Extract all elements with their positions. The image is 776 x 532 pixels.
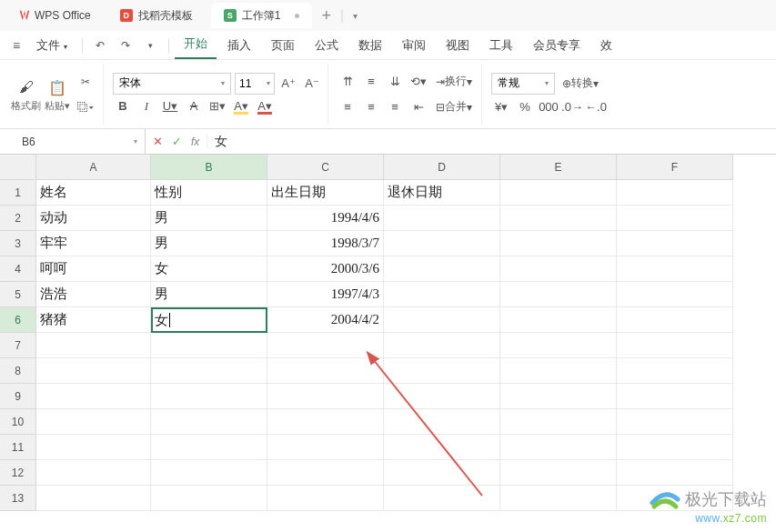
row-header[interactable]: 8 xyxy=(0,358,36,384)
row-header[interactable]: 12 xyxy=(0,460,36,486)
align-middle-icon[interactable]: ≡ xyxy=(361,72,381,92)
cell[interactable]: 男 xyxy=(151,231,267,256)
cell[interactable] xyxy=(617,180,733,206)
align-center-icon[interactable]: ≡ xyxy=(361,97,381,117)
menu-member[interactable]: 会员专享 xyxy=(524,34,590,57)
cell[interactable]: 动动 xyxy=(36,206,151,231)
undo-icon[interactable]: ↶ xyxy=(88,34,112,57)
cell[interactable]: 2004/4/2 xyxy=(267,307,384,333)
increase-font-icon[interactable]: A⁺ xyxy=(278,74,298,94)
cell[interactable] xyxy=(384,384,500,409)
paste-icon[interactable]: 📋 xyxy=(45,75,70,99)
cell[interactable] xyxy=(267,384,384,409)
row-header[interactable]: 7 xyxy=(0,333,36,358)
currency-icon[interactable]: ¥▾ xyxy=(491,97,511,117)
cell[interactable] xyxy=(500,333,617,358)
cell[interactable] xyxy=(617,282,733,307)
row-header[interactable]: 13 xyxy=(0,486,36,511)
cell[interactable]: 女 xyxy=(151,307,267,333)
menu-view[interactable]: 视图 xyxy=(437,34,479,57)
column-header[interactable]: B xyxy=(151,155,267,180)
cell[interactable] xyxy=(151,358,267,384)
cell[interactable] xyxy=(384,282,500,307)
cell[interactable]: 牢牢 xyxy=(36,231,151,256)
formula-input[interactable]: 女 xyxy=(207,134,776,150)
cell[interactable] xyxy=(384,409,500,435)
font-name-select[interactable]: 宋体 ▾ xyxy=(113,73,231,95)
cell[interactable]: 退休日期 xyxy=(384,180,500,206)
decrease-font-icon[interactable]: A⁻ xyxy=(302,74,322,94)
cell[interactable] xyxy=(617,333,733,358)
cell[interactable]: 2000/3/6 xyxy=(267,256,384,282)
select-all-corner[interactable] xyxy=(0,155,36,180)
cell[interactable] xyxy=(151,333,267,358)
cell[interactable] xyxy=(36,358,151,384)
cell[interactable] xyxy=(267,460,384,486)
quick-caret-icon[interactable]: ▾ xyxy=(139,34,163,57)
cell[interactable] xyxy=(267,409,384,435)
cell[interactable] xyxy=(384,256,500,282)
fx-icon[interactable]: fx xyxy=(191,136,199,148)
confirm-icon[interactable]: ✓ xyxy=(172,135,182,148)
underline-button[interactable]: U▾ xyxy=(160,96,180,116)
tab-templates[interactable]: D 找稻壳模板 xyxy=(107,3,206,28)
tab-workbook[interactable]: S 工作簿1 xyxy=(211,3,313,28)
cell[interactable]: 男 xyxy=(151,282,267,307)
row-header[interactable]: 2 xyxy=(0,206,36,231)
bold-button[interactable]: B xyxy=(113,96,133,116)
cell[interactable] xyxy=(151,409,267,435)
cell[interactable] xyxy=(151,486,267,511)
grid[interactable]: ABCDEF1姓名性别出生日期退休日期2动动男1994/4/63牢牢男1998/… xyxy=(0,155,776,511)
cell[interactable] xyxy=(617,206,733,231)
row-header[interactable]: 10 xyxy=(0,409,36,435)
cell[interactable] xyxy=(500,180,617,206)
font-color-icon[interactable]: A▾ xyxy=(255,96,275,116)
menu-tools[interactable]: 工具 xyxy=(480,34,522,57)
wrap-text-button[interactable]: ⇥ 换行▾ xyxy=(432,70,476,94)
cell[interactable]: 1994/4/6 xyxy=(267,206,384,231)
comma-icon[interactable]: 000 xyxy=(539,97,559,117)
row-header[interactable]: 3 xyxy=(0,231,36,256)
cell[interactable] xyxy=(617,307,733,333)
cell[interactable] xyxy=(267,358,384,384)
cell[interactable] xyxy=(267,486,384,511)
cancel-icon[interactable]: ✕ xyxy=(153,135,163,148)
cell[interactable] xyxy=(617,231,733,256)
menu-review[interactable]: 审阅 xyxy=(393,34,435,57)
row-header[interactable]: 6 xyxy=(0,307,36,333)
menu-data[interactable]: 数据 xyxy=(349,34,391,57)
cell[interactable] xyxy=(500,460,617,486)
column-header[interactable]: A xyxy=(36,155,151,180)
cell[interactable] xyxy=(617,384,733,409)
cell[interactable] xyxy=(151,384,267,409)
cell[interactable]: 姓名 xyxy=(36,180,151,206)
cell[interactable]: 1997/4/3 xyxy=(267,282,384,307)
italic-button[interactable]: I xyxy=(136,96,156,116)
cell[interactable] xyxy=(36,486,151,511)
tab-menu-caret-icon[interactable]: ▾ xyxy=(353,11,358,21)
cell[interactable] xyxy=(500,409,617,435)
align-top-icon[interactable]: ⇈ xyxy=(338,72,358,92)
cell[interactable] xyxy=(500,358,617,384)
cell[interactable]: 1998/3/7 xyxy=(267,231,384,256)
cell[interactable]: 女 xyxy=(151,256,267,282)
align-bottom-icon[interactable]: ⇊ xyxy=(385,72,405,92)
cell[interactable] xyxy=(500,282,617,307)
cell[interactable]: 男 xyxy=(151,206,267,231)
orientation-icon[interactable]: ⟲▾ xyxy=(408,72,428,92)
column-header[interactable]: E xyxy=(500,155,617,180)
cell[interactable] xyxy=(617,460,733,486)
fill-color-icon[interactable]: A▾ xyxy=(231,96,251,116)
cell[interactable] xyxy=(384,333,500,358)
convert-button[interactable]: ⊕ 转换▾ xyxy=(559,72,602,95)
cell[interactable] xyxy=(384,435,500,460)
menu-effect[interactable]: 效 xyxy=(591,34,621,57)
cell[interactable] xyxy=(384,307,500,333)
border-icon[interactable]: ⊞▾ xyxy=(207,96,227,116)
align-right-icon[interactable]: ≡ xyxy=(385,97,405,117)
cell[interactable]: 性别 xyxy=(151,180,267,206)
menu-file[interactable]: 文件 ▾ xyxy=(27,34,76,57)
menu-start[interactable]: 开始 xyxy=(175,32,217,59)
cell[interactable] xyxy=(384,486,500,511)
column-header[interactable]: F xyxy=(617,155,733,180)
